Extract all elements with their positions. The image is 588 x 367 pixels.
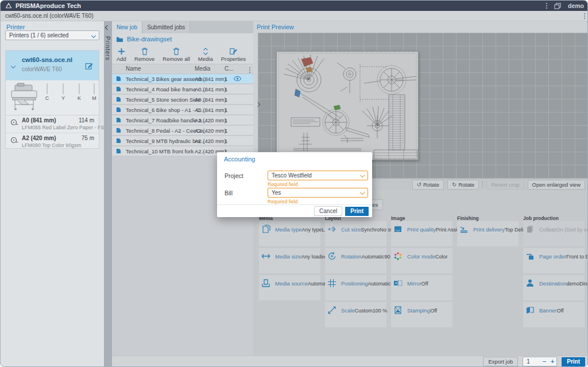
edit-printer-icon[interactable]	[85, 62, 93, 70]
rotate-left-button[interactable]: ↺ Rotate	[412, 180, 444, 190]
table-row[interactable]: Technical_3 Bikes gear assemb... A0 (841…	[112, 74, 253, 84]
table-row[interactable]: Technical_7 Roadbike handle a... A2 (420…	[112, 115, 253, 125]
tile-value: 100 %	[373, 308, 388, 314]
printer-status-body: C Y K M	[6, 80, 99, 115]
breadcrumb-text: cwt60-sns.oce.nl (colorWAVE T60)	[5, 13, 94, 19]
properties-button[interactable]: Properties	[221, 45, 246, 62]
tile-media-source[interactable]: Media sourceAutomatic	[259, 275, 320, 300]
table-row[interactable]: Technical_5 Store section Side ... A0 (8…	[112, 95, 253, 105]
titlebar-menu-icon[interactable]	[546, 3, 547, 9]
tab-submitted-jobs[interactable]: Submitted jobs	[142, 21, 190, 33]
decrement-button[interactable]: −	[540, 358, 548, 365]
rotate-right-button[interactable]: ↻ Rotate	[447, 180, 479, 190]
roll-media: LFM055 Red Label Zero Paper - FSC	[22, 125, 108, 130]
add-button[interactable]: Add	[117, 45, 126, 62]
tile-collate[interactable]: CollateOn (Sort by set)	[523, 221, 585, 246]
breadcrumb-menu-icon[interactable]	[584, 13, 585, 19]
tile-media-type[interactable]: Media typeAny typeLFM055 Red Label Z...	[259, 221, 320, 246]
remove-button[interactable]: Remove	[134, 45, 154, 62]
tile-cut-size[interactable]: Cut sizeSynchroNo strip	[325, 221, 386, 246]
table-row[interactable]: Technical_8 Pedal - A2 - CeeCe... A2 (42…	[112, 126, 253, 136]
tile-title: Scale	[341, 307, 355, 314]
drawing-sheet-preview[interactable]	[276, 51, 419, 160]
row-name: Technical_4 Road bike frame - ...	[126, 86, 206, 92]
table-options-icon[interactable]	[249, 67, 250, 73]
tile-value: Front to back	[566, 254, 588, 260]
file-icon	[116, 117, 121, 123]
project-select[interactable]: Tesco Westfield	[268, 171, 368, 180]
cancel-button[interactable]: Cancel	[314, 206, 342, 216]
print-job-button[interactable]: Print	[562, 357, 585, 366]
rotate-cw-icon: ↻	[452, 181, 457, 188]
collapse-chevron-icon[interactable]	[11, 64, 16, 68]
tile-rotation[interactable]: RotationAutomatic90 °	[325, 248, 386, 273]
project-value: Tesco Westfield	[272, 172, 312, 179]
revert-crop-label: Revert crop	[491, 181, 519, 188]
tile-value: Off	[557, 308, 564, 314]
rotation-icon	[327, 250, 341, 273]
dialog-print-button[interactable]: Print	[345, 207, 369, 216]
page-order-icon	[525, 250, 539, 273]
printer-card[interactable]: cwt60-sns.oce.nl colorWAVE T60	[5, 50, 99, 149]
preview-eye-icon[interactable]	[234, 76, 241, 82]
media-roll-a0[interactable]: A0 (841 mm) 114 m LFM055 Red Label Zero …	[6, 115, 99, 133]
tile-mirror[interactable]: MirrorOff	[391, 275, 452, 300]
tile-title: Positioning	[341, 280, 368, 287]
roll-icon	[10, 119, 18, 127]
tab-new-job[interactable]: New job	[112, 21, 142, 33]
file-icon	[116, 86, 121, 92]
tile-scale[interactable]: ScaleCustom100 %	[325, 302, 386, 327]
ink-letter: Y	[57, 95, 69, 101]
tile-positioning[interactable]: PositioningAutomatic (Center).N...	[325, 275, 386, 300]
table-row[interactable]: Technical_4 Road bike frame - ... A0 (84…	[112, 84, 253, 94]
row-copies: 1	[225, 107, 227, 113]
printer-selector[interactable]: Printers (1 / 6) selected	[5, 30, 99, 40]
printer-selector-value: Printers (1 / 6) selected	[9, 32, 68, 38]
revert-crop-button[interactable]: Revert crop	[486, 180, 524, 190]
expand-panel-icon[interactable]	[252, 98, 264, 111]
tile-banner[interactable]: BannerOff	[523, 302, 585, 327]
increment-button[interactable]: +	[548, 358, 556, 365]
tile-value: Off	[430, 308, 437, 314]
media-button[interactable]: Media	[198, 45, 213, 62]
row-copies: 1	[225, 117, 227, 123]
copies-value[interactable]: 1	[523, 358, 540, 365]
collapse-panel-icon[interactable]	[105, 25, 110, 30]
user-name[interactable]: demo	[568, 2, 584, 9]
media-source-icon	[261, 277, 275, 300]
tile-page-order[interactable]: Page orderFront to back	[523, 248, 585, 273]
row-name: Technical_7 Roadbike handle a...	[126, 117, 206, 123]
table-row[interactable]: Technical_6 Bike shop - A1 - C... A0 (84…	[112, 105, 253, 115]
column-name[interactable]: Name	[126, 65, 141, 72]
remove-all-label: Remove all	[163, 56, 190, 62]
open-enlarged-view-button[interactable]: Open enlarged view	[528, 180, 586, 190]
print-quality-icon	[393, 223, 407, 246]
jobs-toolbar: Add Remove Remove all Media Properties	[112, 45, 253, 64]
ink-letter: K	[74, 95, 85, 101]
tile-print-quality[interactable]: Print qualityPrint Assistant	[391, 221, 452, 246]
tile-color-mode[interactable]: Color modeColor	[391, 248, 452, 273]
file-icon	[116, 128, 121, 133]
tile-print-delivery[interactable]: Print deliveryTop Delivery Tray (TDT)	[457, 221, 519, 246]
cut-size-icon	[327, 223, 341, 246]
row-name: Technical_10 MTB front fork - ...	[126, 148, 203, 154]
tile-title: Media type	[275, 226, 301, 233]
tile-destination[interactable]: DestinationdemoDirect print : On	[523, 275, 585, 300]
copies-stepper[interactable]: 1 − +	[523, 357, 557, 366]
file-icon	[116, 76, 121, 82]
tile-stamping[interactable]: StampingOff	[391, 302, 452, 327]
windows-icon[interactable]	[554, 3, 561, 9]
tile-media-size[interactable]: Media sizeAny loaded sizeA0 (841 mm)	[259, 248, 320, 273]
export-job-button[interactable]: Export job	[483, 357, 518, 366]
column-copies[interactable]: C...	[225, 65, 234, 72]
printer-card-header[interactable]: cwt60-sns.oce.nl colorWAVE T60	[6, 51, 99, 80]
ink-magenta: M	[88, 84, 100, 101]
file-icon	[116, 107, 121, 113]
bill-select[interactable]: Yes	[268, 188, 368, 198]
remove-all-button[interactable]: Remove all	[163, 45, 190, 62]
tile-title: Color mode	[407, 253, 435, 260]
media-roll-a2[interactable]: A2 (420 mm) 75 m LFM090 Top Color 90gsm	[6, 133, 99, 150]
column-media[interactable]: Media	[195, 65, 210, 72]
divider	[482, 180, 483, 188]
table-row[interactable]: Technical_9 MTB hydraulic bra... A2 (420…	[112, 136, 253, 146]
